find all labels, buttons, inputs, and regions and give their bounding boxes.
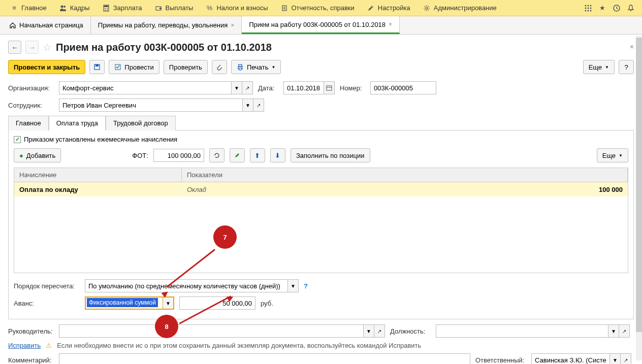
dropdown-button[interactable]: ▼ bbox=[363, 324, 374, 338]
svg-rect-27 bbox=[95, 64, 99, 67]
warning-icon: ⚠ bbox=[46, 342, 52, 349]
move-up-button[interactable]: ⬆ bbox=[250, 148, 265, 162]
checkbox-label: Приказом установлены ежемесячные начисле… bbox=[24, 136, 177, 143]
tab-main[interactable]: Главное bbox=[8, 116, 49, 130]
history-icon[interactable] bbox=[609, 1, 624, 15]
table-header: Начисление Показатели bbox=[14, 168, 628, 182]
tab-label: Прием на работу 003К-000005 от 01.10.201… bbox=[249, 21, 386, 28]
fill-button[interactable]: Заполнить по позиции bbox=[291, 148, 370, 162]
advance-type-field[interactable]: Фиксированной суммой bbox=[85, 296, 164, 310]
menu-vyplaty[interactable]: Выплаты bbox=[148, 0, 200, 16]
menu-nastroika[interactable]: Настройка bbox=[361, 0, 416, 16]
refresh-button[interactable] bbox=[209, 148, 224, 162]
scrollbar[interactable] bbox=[636, 36, 642, 360]
date-field[interactable] bbox=[283, 81, 324, 94]
fix-link[interactable]: Исправить bbox=[8, 342, 41, 349]
svg-point-6 bbox=[105, 10, 106, 11]
svg-rect-31 bbox=[239, 68, 241, 70]
cell-accrual: Оплата по окладу bbox=[14, 186, 182, 193]
conduct-and-close-button[interactable]: Провести и закрыть bbox=[8, 60, 85, 74]
edit-button[interactable] bbox=[230, 148, 245, 162]
open-button[interactable]: ↗ bbox=[242, 81, 253, 94]
open-button[interactable]: ↗ bbox=[253, 98, 264, 112]
dropdown-button[interactable]: ▼ bbox=[242, 98, 253, 112]
hamburger-icon: ≡ bbox=[10, 4, 18, 12]
more-button[interactable]: Еще ▼ bbox=[597, 148, 628, 162]
conduct-button[interactable]: Провести bbox=[109, 60, 159, 74]
position-field[interactable] bbox=[436, 324, 608, 338]
menu-kadry[interactable]: Кадры bbox=[53, 0, 96, 16]
tab-pay[interactable]: Оплата труда bbox=[49, 116, 106, 130]
dropdown-button[interactable]: ▼ bbox=[163, 296, 174, 310]
fot-field[interactable] bbox=[153, 149, 204, 162]
advance-row: Аванс: Фиксированной суммой ▼ руб. bbox=[14, 296, 628, 310]
close-button[interactable]: × bbox=[630, 43, 634, 51]
top-menu-bar: ≡ Главное Кадры Зарплата Выплаты % Налог… bbox=[0, 0, 642, 16]
calendar-button[interactable] bbox=[324, 81, 335, 94]
dropdown-button[interactable]: ▼ bbox=[287, 279, 299, 292]
gear-icon bbox=[423, 4, 431, 12]
help-icon[interactable]: ? bbox=[304, 282, 308, 290]
menu-hamburger[interactable]: ≡ Главное bbox=[4, 0, 53, 16]
save-button[interactable] bbox=[89, 60, 105, 74]
scroll-thumb[interactable] bbox=[636, 38, 642, 332]
menu-otchet[interactable]: Отчетность, справки bbox=[274, 0, 361, 16]
tabs-bar: Начальная страница Приемы на работу, пер… bbox=[0, 16, 642, 35]
employee-field[interactable] bbox=[59, 98, 243, 112]
svg-point-5 bbox=[107, 8, 108, 9]
tab-document[interactable]: Прием на работу 003К-000005 от 01.10.201… bbox=[242, 16, 400, 34]
svg-point-16 bbox=[588, 5, 589, 6]
check-button[interactable]: Проверить bbox=[164, 60, 208, 74]
manager-field[interactable] bbox=[59, 324, 364, 338]
advance-type-value: Фиксированной суммой bbox=[87, 298, 158, 307]
svg-point-20 bbox=[590, 7, 592, 9]
dropdown-button[interactable]: ▼ bbox=[231, 81, 242, 94]
nav-forward-button[interactable]: → bbox=[25, 41, 39, 54]
people-icon bbox=[59, 4, 67, 12]
svg-point-23 bbox=[590, 10, 592, 11]
add-button[interactable]: ● Добавить bbox=[14, 148, 61, 162]
bell-icon[interactable] bbox=[624, 1, 638, 15]
move-down-button[interactable]: ⬇ bbox=[270, 148, 285, 162]
attach-button[interactable] bbox=[212, 60, 227, 74]
org-field[interactable] bbox=[59, 81, 232, 94]
comment-field[interactable] bbox=[59, 353, 470, 364]
number-label: Номер: bbox=[340, 84, 365, 92]
star-icon[interactable]: ★ bbox=[595, 1, 609, 15]
close-icon[interactable]: × bbox=[231, 22, 234, 29]
open-button[interactable]: ↗ bbox=[374, 324, 385, 338]
comment-row: Комментарий: Ответственный: ▼ ↗ bbox=[8, 353, 634, 364]
tab-contract[interactable]: Трудовой договор bbox=[106, 116, 176, 130]
responsible-field[interactable] bbox=[531, 353, 610, 364]
svg-point-21 bbox=[585, 10, 587, 11]
menu-nalogi[interactable]: % Налоги и взносы bbox=[199, 0, 274, 16]
tab-home[interactable]: Начальная страница bbox=[2, 16, 91, 34]
open-button[interactable]: ↗ bbox=[619, 324, 630, 338]
open-button[interactable]: ↗ bbox=[620, 353, 631, 364]
plus-icon: ● bbox=[19, 152, 23, 159]
menu-admin[interactable]: Администрирование bbox=[416, 0, 503, 16]
dropdown-button[interactable]: ▼ bbox=[609, 353, 621, 364]
apps-icon[interactable] bbox=[581, 1, 595, 15]
close-icon[interactable]: × bbox=[389, 21, 392, 28]
favorite-star-icon[interactable]: ☆ bbox=[43, 41, 52, 53]
number-field[interactable] bbox=[370, 81, 436, 94]
print-button[interactable]: Печать ▼ bbox=[231, 60, 281, 74]
svg-point-18 bbox=[585, 7, 587, 9]
advance-label: Аванс: bbox=[14, 300, 80, 307]
help-button[interactable]: ? bbox=[619, 60, 634, 74]
menu-zarplata[interactable]: Зарплата bbox=[96, 0, 148, 16]
more-button[interactable]: Еще ▼ bbox=[583, 60, 615, 74]
recalc-row: Порядок пересчета: ▼ ? bbox=[14, 279, 628, 292]
chevron-down-icon: ▼ bbox=[271, 65, 275, 70]
svg-point-15 bbox=[585, 5, 587, 6]
recalc-field[interactable] bbox=[85, 279, 288, 292]
col-indicators: Показатели bbox=[182, 168, 628, 182]
table-row[interactable]: Оплата по окладу Оклад 100 000 bbox=[14, 182, 628, 196]
checkbox[interactable]: ✓ bbox=[14, 136, 21, 143]
tab-list[interactable]: Приемы на работу, переводы, увольнения × bbox=[91, 16, 242, 34]
dropdown-button[interactable]: ▼ bbox=[608, 324, 619, 338]
nav-back-button[interactable]: ← bbox=[8, 41, 21, 54]
button-label: Добавить bbox=[26, 152, 55, 159]
fix-row: Исправить ⚠ Если необходимо внести ис о … bbox=[8, 342, 634, 349]
